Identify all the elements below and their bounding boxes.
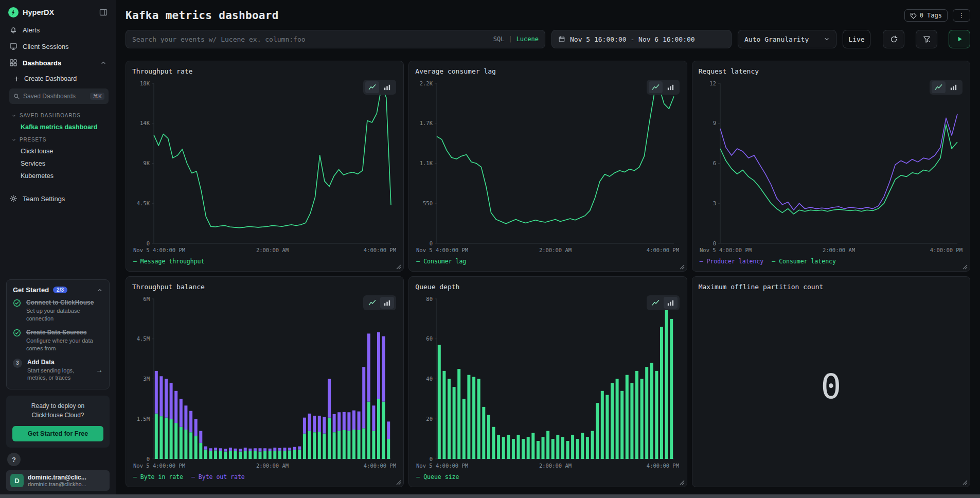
avatar: D <box>10 474 24 487</box>
bar-chart-icon[interactable] <box>664 297 678 309</box>
check-circle-icon <box>13 299 21 307</box>
svg-text:60: 60 <box>426 335 433 342</box>
sidebar-item-services[interactable]: Services <box>8 157 110 170</box>
chevron-up-icon[interactable] <box>97 287 103 293</box>
time-range-value: Nov 5 16:00:00 - Nov 6 16:00:00 <box>570 35 695 43</box>
calendar-icon <box>558 35 565 43</box>
line-chart-icon[interactable] <box>365 81 379 93</box>
lucene-toggle[interactable]: Lucene <box>516 35 539 43</box>
create-dashboard-label: Create Dashboard <box>24 75 77 82</box>
resize-handle[interactable] <box>963 480 968 485</box>
more-options-button[interactable]: ⋮ <box>953 9 970 22</box>
sidebar-item-alerts[interactable]: Alerts <box>6 22 110 38</box>
svg-text:Nov 5 4:00:00 PM: Nov 5 4:00:00 PM <box>700 247 752 253</box>
create-dashboard-button[interactable]: Create Dashboard <box>8 71 110 85</box>
line-chart-icon[interactable] <box>649 297 663 309</box>
chart-canvas[interactable]: 020406080Nov 5 4:00:00 PM2:00:00 AM4:00:… <box>415 293 680 471</box>
section-presets[interactable]: PRESETS <box>8 133 110 145</box>
dashboard-search-input[interactable] <box>23 93 87 100</box>
line-chart-icon[interactable] <box>932 81 946 93</box>
sidebar-collapse-button[interactable] <box>99 8 108 16</box>
line-chart-icon[interactable] <box>649 81 663 93</box>
sql-toggle[interactable]: SQL <box>493 35 505 43</box>
cloud-promo-card: Ready to deploy on ClickHouse Cloud? Get… <box>6 396 110 448</box>
legend-item[interactable]: — Byte in rate <box>133 473 183 481</box>
step-subtitle: Set up your database connection <box>26 307 103 323</box>
chart-canvas[interactable]: 05501.1K1.7K2.2KNov 5 4:00:00 PM2:00:00 … <box>415 77 680 256</box>
panel-title: Maximum offline partition count <box>699 283 964 291</box>
event-search-input[interactable] <box>132 35 489 43</box>
live-button[interactable]: Live <box>843 30 870 48</box>
refresh-button[interactable] <box>883 30 904 48</box>
filter-button[interactable] <box>916 30 937 48</box>
legend-item[interactable]: — Message throughput <box>133 258 204 265</box>
app-root: HyperDX Alerts Client Sessions <box>0 0 980 498</box>
svg-text:4:00:00 PM: 4:00:00 PM <box>647 247 679 253</box>
svg-text:Nov 5 4:00:00 PM: Nov 5 4:00:00 PM <box>416 247 468 253</box>
shortcut-badge: ⌘K <box>90 93 104 100</box>
resize-handle[interactable] <box>680 480 685 485</box>
help-button[interactable]: ? <box>7 453 21 466</box>
panel-average-consumer-lag: Average consumer lag 05501.1K1.7K2.2KNov… <box>408 61 687 272</box>
chart-legend: — Queue size <box>415 471 680 483</box>
panel-title: Throughput rate <box>132 67 397 75</box>
legend-item[interactable]: — Queue size <box>416 473 459 481</box>
dashboard-search[interactable]: ⌘K <box>9 88 109 104</box>
line-chart-icon[interactable] <box>365 297 379 309</box>
event-search[interactable]: SQL | Lucene <box>126 30 545 48</box>
horizontal-scrollbar[interactable] <box>0 494 980 498</box>
chart-legend: — Producer latency— Consumer latency <box>699 256 964 267</box>
get-started-step-connect[interactable]: Connect to ClickHouse Set up your databa… <box>13 294 103 324</box>
svg-text:40: 40 <box>426 376 433 382</box>
sidebar-item-team-settings[interactable]: Team Settings <box>6 190 110 207</box>
resize-handle[interactable] <box>396 480 401 485</box>
legend-item[interactable]: — Byte out rate <box>191 473 245 481</box>
user-email: dominic.tran@clickho... <box>28 481 86 487</box>
granularity-select[interactable]: Auto Granularity <box>738 30 836 48</box>
resize-handle[interactable] <box>680 264 685 270</box>
step-title: Connect to ClickHouse <box>26 299 103 306</box>
svg-text:4.5M: 4.5M <box>137 335 150 342</box>
chart-canvas[interactable]: 036912Nov 5 4:00:00 PM2:00:00 AM4:00:00 … <box>699 77 964 256</box>
sidebar-item-kafka-dashboard[interactable]: Kafka metrics dashboard <box>8 121 110 133</box>
sidebar-item-clickhouse[interactable]: ClickHouse <box>8 145 110 157</box>
chart-canvas[interactable]: 01.5M3M4.5M6MNov 5 4:00:00 PM2:00:00 AM4… <box>132 293 397 471</box>
bar-chart-icon[interactable] <box>380 297 394 309</box>
chart-canvas[interactable]: 04.5K9K14K18KNov 5 4:00:00 PM2:00:00 AM4… <box>132 77 397 256</box>
sidebar-item-kubernetes[interactable]: Kubernetes <box>8 170 110 182</box>
legend-item[interactable]: — Producer latency <box>700 258 764 265</box>
svg-text:Nov 5 4:00:00 PM: Nov 5 4:00:00 PM <box>133 247 185 253</box>
svg-text:0: 0 <box>430 456 433 462</box>
run-query-button[interactable] <box>949 30 970 48</box>
arrow-right-icon: → <box>96 366 103 374</box>
svg-text:3: 3 <box>712 200 716 206</box>
svg-text:4.5K: 4.5K <box>137 200 150 206</box>
tags-button[interactable]: 0 Tags <box>904 9 948 22</box>
cloud-promo-text: Ready to deploy on ClickHouse Cloud? <box>12 402 103 420</box>
bar-chart-icon[interactable] <box>380 81 394 93</box>
get-started-header[interactable]: Get Started 2/3 <box>13 286 103 294</box>
sidebar-item-dashboards[interactable]: Dashboards <box>6 55 110 71</box>
bar-chart-icon[interactable] <box>664 81 678 93</box>
dashboards-grid-icon <box>9 59 17 67</box>
get-started-step-add-data[interactable]: 3 Add Data Start sending logs, metrics, … <box>13 353 103 383</box>
panel-request-latency: Request latency 036912Nov 5 4:00:00 PM2:… <box>692 61 970 272</box>
get-started-step-data-sources[interactable]: Create Data Sources Configure where your… <box>13 324 103 353</box>
tag-icon <box>910 12 917 19</box>
svg-text:6: 6 <box>712 160 716 166</box>
resize-handle[interactable] <box>396 264 401 270</box>
get-started-free-button[interactable]: Get Started for Free <box>12 426 103 441</box>
svg-text:1.5M: 1.5M <box>137 416 150 422</box>
section-saved-dashboards[interactable]: SAVED DASHBOARDS <box>8 109 110 121</box>
chevron-down-icon <box>11 137 16 143</box>
user-menu[interactable]: D dominic.tran@clic... dominic.tran@clic… <box>6 470 110 491</box>
svg-text:1.7K: 1.7K <box>420 120 433 126</box>
sidebar-item-client-sessions[interactable]: Client Sessions <box>6 38 110 55</box>
time-range-picker[interactable]: Nov 5 16:00:00 - Nov 6 16:00:00 <box>551 30 732 48</box>
legend-item[interactable]: — Consumer latency <box>772 258 836 265</box>
bar-chart-icon[interactable] <box>947 81 960 93</box>
svg-text:2:00:00 AM: 2:00:00 AM <box>539 247 572 253</box>
brand-row: HyperDX <box>6 6 110 22</box>
legend-item[interactable]: — Consumer lag <box>416 258 466 265</box>
resize-handle[interactable] <box>963 264 968 270</box>
